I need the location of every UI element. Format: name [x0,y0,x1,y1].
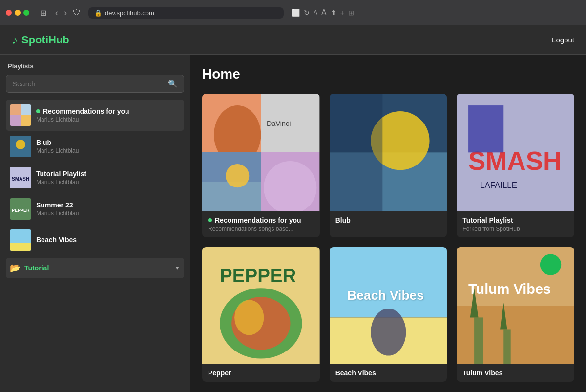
blub-thumb [10,136,31,157]
recommendations-card-sub: Recommendations songs base... [208,226,314,232]
beach-vibes-thumb [10,229,31,251]
sidebar-item-beach-vibes[interactable]: Beach Vibes [6,225,184,256]
svg-rect-45 [504,329,511,364]
blub-author: Marius Lichtblau [36,147,180,154]
card-recommendations[interactable]: DaVinci [202,94,320,237]
recommendations-card-info: Recommendations for you Recommendations … [202,211,320,237]
search-icon-button[interactable]: 🔍 [168,79,178,88]
beach-vibes-card-info: Beach Vibes [330,364,447,382]
svg-text:PEPPER: PEPPER [12,208,30,213]
minimize-button[interactable] [15,10,21,16]
tabs-icon[interactable]: ⊞ [348,9,354,17]
card-tulum-vibes[interactable]: Tulum Vibes Tulum Vibes [457,247,574,382]
recommendations-author: Marius Lichtblau [36,116,180,123]
share-icon[interactable]: ⬆ [331,9,336,17]
playlists-grid: DaVinci [202,94,574,382]
tutorial-playlist-author: Marius Lichtblau [36,179,180,186]
translate-icon[interactable]: ⬜ [292,9,300,17]
recommendations-card-dot [208,218,212,222]
svg-text:PEPPER: PEPPER [220,265,296,286]
blub-card-image [330,94,447,211]
blub-info: Blub Marius Lichtblau [36,139,180,154]
mosaic-cell-4 [261,152,319,211]
sidebar-item-blub[interactable]: Blub Marius Lichtblau [6,131,184,162]
sidebar-folder-tutorial[interactable]: 📂 Tutorial ▼ [6,258,184,278]
recommendations-name: Recommendations for you [36,107,180,115]
beach-vibes-card-title: Beach Vibes [335,369,441,377]
card-blub[interactable]: Blub [330,94,447,237]
card-pepper[interactable]: PEPPER Pepper [202,247,320,382]
svg-text:LAFAILLE: LAFAILLE [480,181,517,190]
font-large-icon[interactable]: A [321,8,327,17]
svg-point-38 [371,309,406,355]
svg-rect-1 [21,104,31,115]
svg-rect-17 [202,182,261,211]
main-content: Home DaVinci [190,55,586,392]
maximize-button[interactable] [23,10,29,16]
svg-text:DaVinci: DaVinci [267,120,291,127]
blub-card-title: Blub [335,216,441,224]
forward-button[interactable]: › [62,7,69,19]
svg-text:Beach Vibes: Beach Vibes [347,288,424,303]
nav-buttons: ‹ › [53,7,69,19]
active-dot [36,109,40,113]
logo-icon: ♪ [12,33,18,47]
tulum-vibes-card-title: Tulum Vibes [462,369,568,377]
sidebar-item-summer22[interactable]: PEPPER Summer 22 Marius Lichtblau [6,193,184,225]
blub-name: Blub [36,139,180,146]
chevron-down-icon: ▼ [174,265,180,271]
folder-icon: 📂 [10,263,21,273]
lock-icon: 🔒 [94,9,102,17]
close-button[interactable] [6,10,12,16]
sidebar: Playlists 🔍 Recommendations for you [0,55,190,392]
svg-rect-29 [468,105,503,152]
svg-rect-2 [10,115,21,126]
svg-rect-11 [10,243,31,251]
tutorial-playlist-thumb: SMASH [10,167,31,188]
sidebar-item-recommendations[interactable]: Recommendations for you Marius Lichtblau [6,100,184,131]
svg-point-5 [16,140,25,149]
summer22-author: Marius Lichtblau [36,210,180,217]
svg-rect-24 [330,94,382,211]
search-input[interactable] [12,80,168,88]
tutorial-playlist-info: Tutorial Playlist Marius Lichtblau [36,170,180,186]
new-tab-icon[interactable]: + [340,9,344,17]
recommendations-info: Recommendations for you Marius Lichtblau [36,107,180,123]
logo: ♪ SpotiHub [12,33,69,47]
reload-icon[interactable]: ↻ [304,9,310,17]
browser-actions: ⬜ ↻ A A ⬆ + ⊞ [292,8,354,17]
card-tutorial-playlist[interactable]: SMASH LAFAILLE Tutorial Playlist Forked … [457,94,574,237]
beach-vibes-info: Beach Vibes [36,236,180,245]
page-title: Home [202,66,574,82]
address-bar[interactable]: 🔒 dev.spotihub.com [88,7,284,19]
card-beach-vibes[interactable]: Beach Vibes Beach Vibes [330,247,447,382]
summer22-name: Summer 22 [36,201,180,209]
folder-name: Tutorial [24,264,170,272]
logout-button[interactable]: Logout [552,36,574,44]
recommendations-mosaic: DaVinci [202,94,320,211]
svg-rect-43 [474,317,483,364]
browser-chrome: ⊞ ‹ › 🛡 🔒 dev.spotihub.com ⬜ ↻ A A ⬆ + ⊞ [0,0,586,25]
mosaic-cell-3 [202,152,261,211]
app-header: ♪ SpotiHub Logout [0,25,586,55]
sidebar-item-tutorial-playlist[interactable]: SMASH Tutorial Playlist Marius Lichtblau [6,162,184,193]
beach-vibes-card-image: Beach Vibes [330,247,447,365]
svg-text:Tulum Vibes: Tulum Vibes [468,281,551,297]
back-button[interactable]: ‹ [53,7,60,19]
search-box[interactable]: 🔍 [6,75,184,93]
tutorial-card-image: SMASH LAFAILLE [457,94,574,211]
svg-rect-3 [21,115,31,126]
svg-rect-35 [330,247,447,317]
font-small-icon[interactable]: A [314,9,317,16]
sidebar-toggle-button[interactable]: ⊞ [37,7,49,19]
summer22-info: Summer 22 Marius Lichtblau [36,201,180,217]
tutorial-card-info: Tutorial Playlist Forked from SpotiHub [457,211,574,237]
mosaic-cell-2: DaVinci [261,94,319,152]
svg-text:SMASH: SMASH [12,176,29,182]
pepper-card-image: PEPPER [202,247,320,365]
tutorial-card-sub: Forked from SpotiHub [462,226,568,232]
tutorial-card-title: Tutorial Playlist [462,216,568,224]
recommendations-thumb [10,104,31,126]
traffic-lights [6,10,29,16]
tulum-vibes-card-info: Tulum Vibes [457,364,574,382]
